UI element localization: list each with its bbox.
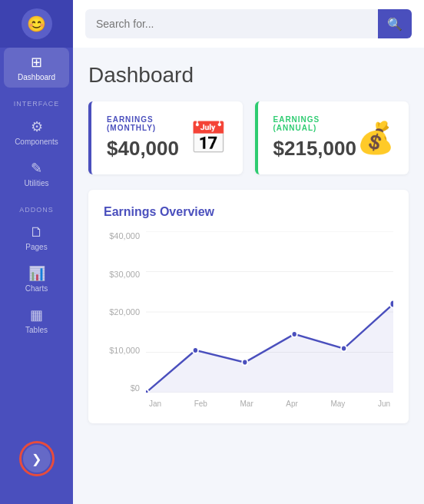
sidebar-item-label: Charts	[25, 284, 48, 293]
chart-section: Earnings Overview $40,000 $30,000 $20,00…	[88, 190, 409, 423]
sidebar-item-label: Components	[15, 138, 58, 146]
sidebar-item-components[interactable]: ⚙ Components	[4, 112, 69, 152]
x-label-may: May	[330, 400, 345, 408]
search-button[interactable]: 🔍	[378, 9, 412, 38]
dot-jan	[146, 390, 149, 393]
card-monthly-value: $40,000	[107, 137, 189, 161]
card-annual: EARNINGS (ANNUAL) $215,000 💰	[255, 101, 409, 174]
card-monthly-icon: 📅	[189, 120, 227, 156]
y-label-30k: $30,000	[109, 270, 140, 279]
chevron-right-icon: ❯	[31, 452, 41, 466]
sidebar-item-utilities[interactable]: ✎ Utilities	[4, 154, 69, 194]
search-bar: 🔍	[85, 9, 412, 38]
logo-icon: 😊	[27, 15, 46, 33]
sidebar-collapse-button[interactable]: ❯	[19, 441, 55, 476]
page-title: Dashboard	[88, 63, 409, 88]
content-area: Dashboard EARNINGS (MONTHLY) $40,000 📅 E…	[73, 48, 424, 504]
sidebar-item-pages[interactable]: 🗋 Pages	[4, 218, 69, 257]
dot-jun	[390, 300, 393, 308]
x-label-feb: Feb	[194, 400, 207, 408]
sidebar-item-tables[interactable]: ▦ Tables	[4, 300, 69, 340]
dot-feb	[193, 347, 198, 353]
header: 🔍	[73, 0, 424, 48]
cards-row: EARNINGS (MONTHLY) $40,000 📅 EARNINGS (A…	[88, 101, 409, 174]
logo-area: 😊	[0, 0, 73, 48]
card-annual-label: EARNINGS (ANNUAL)	[273, 115, 356, 132]
y-axis: $40,000 $30,000 $20,000 $10,000 $0	[104, 231, 146, 393]
sidebar: 😊 ⊞ Dashboard Interface ⚙ Components ✎ U…	[0, 0, 73, 504]
utilities-icon: ✎	[31, 160, 42, 177]
x-axis-labels: Jan Feb Mar Apr May Jun	[146, 400, 393, 408]
chart-plot	[146, 231, 393, 393]
x-label-jan: Jan	[149, 400, 161, 408]
collapse-inner: ❯	[23, 445, 51, 472]
section-interface-label: Interface	[0, 100, 73, 108]
section-addons-label: Addons	[0, 206, 73, 214]
card-annual-icon: 💰	[356, 120, 395, 156]
card-monthly: EARNINGS (MONTHLY) $40,000 📅	[88, 101, 243, 174]
card-annual-content: EARNINGS (ANNUAL) $215,000	[273, 115, 356, 161]
app-logo: 😊	[22, 8, 52, 39]
tables-icon: ▦	[30, 307, 43, 323]
sidebar-item-dashboard[interactable]: ⊞ Dashboard	[4, 48, 69, 88]
dot-mar	[242, 360, 247, 366]
charts-icon: 📊	[28, 265, 45, 282]
x-label-mar: Mar	[240, 400, 253, 408]
y-label-0: $0	[131, 383, 140, 393]
sidebar-item-label: Dashboard	[18, 73, 55, 81]
search-input[interactable]	[85, 18, 378, 30]
y-label-10k: $10,000	[109, 346, 140, 355]
x-label-jun: Jun	[378, 400, 390, 408]
sidebar-item-label: Utilities	[24, 179, 48, 187]
sidebar-item-charts[interactable]: 📊 Charts	[4, 259, 69, 299]
dot-apr	[292, 331, 297, 337]
main-area: 🔍 Dashboard EARNINGS (MONTHLY) $40,000 📅…	[73, 0, 424, 504]
card-annual-value: $215,000	[273, 137, 356, 161]
chart-title: Earnings Overview	[104, 205, 393, 219]
card-monthly-label: EARNINGS (MONTHLY)	[107, 115, 189, 132]
chart-svg	[146, 231, 393, 393]
pages-icon: 🗋	[30, 224, 44, 240]
sidebar-item-label: Tables	[25, 326, 48, 334]
chart-area: $40,000 $30,000 $20,000 $10,000 $0	[104, 231, 393, 408]
y-label-20k: $20,000	[109, 307, 140, 317]
sidebar-item-label: Pages	[25, 243, 47, 251]
y-label-40k: $40,000	[109, 231, 140, 240]
card-monthly-content: EARNINGS (MONTHLY) $40,000	[107, 115, 189, 161]
dashboard-icon: ⊞	[31, 54, 42, 71]
x-label-apr: Apr	[286, 400, 298, 408]
search-icon: 🔍	[387, 17, 402, 32]
components-icon: ⚙	[31, 118, 43, 135]
dot-may	[341, 346, 346, 352]
